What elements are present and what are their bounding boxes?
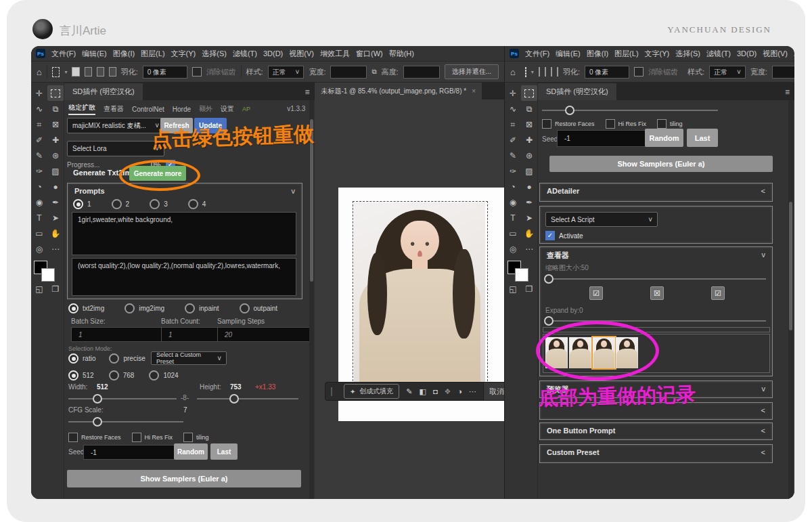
new-selection-icon[interactable] <box>539 67 540 77</box>
steps-input[interactable]: 20 <box>217 327 312 342</box>
brush-tool-icon[interactable]: ✎ <box>505 148 521 163</box>
new-selection-icon[interactable] <box>72 67 79 77</box>
menu-filter[interactable]: 滤镜(T) <box>706 49 731 59</box>
positive-prompt-textarea[interactable]: 1girl,sweater,white background, <box>72 212 296 255</box>
more-tools-icon[interactable]: ⋯ <box>521 241 537 257</box>
restore-faces-checkbox[interactable] <box>542 119 551 129</box>
dodge-tool-icon[interactable]: ◉ <box>505 194 521 210</box>
color-swatches[interactable] <box>34 261 54 281</box>
menu-select[interactable]: 选择(S) <box>202 49 227 59</box>
panel-scrollbar[interactable] <box>788 100 793 499</box>
img2img-radio[interactable] <box>125 303 135 313</box>
screen-mode-icon[interactable]: ❐ <box>47 281 64 297</box>
chevron-collapse-icon[interactable]: v <box>762 385 766 393</box>
width-input[interactable] <box>330 66 367 79</box>
style-dropdown[interactable]: 正常˅ <box>709 66 746 79</box>
menu-view[interactable]: 视图(V) <box>289 49 314 59</box>
thumb-size-slider[interactable] <box>545 278 766 280</box>
frame-tool-icon[interactable]: ⊠ <box>521 116 537 132</box>
menu-view[interactable]: 视图(V) <box>763 49 788 59</box>
close-icon[interactable]: × <box>472 87 476 95</box>
frame-tool-icon[interactable]: ⊠ <box>47 116 64 132</box>
chevron-collapse-icon[interactable]: v <box>762 251 766 259</box>
zoom-tool-icon[interactable]: ◎ <box>31 241 47 257</box>
intersect-selection-icon[interactable] <box>557 67 558 77</box>
mask-icon[interactable]: ◘ <box>433 387 438 395</box>
custom-preset-dropdown[interactable]: Select a Custom Preset˅ <box>151 351 227 365</box>
collapse-arrow-icon[interactable]: < <box>761 406 765 414</box>
cfg-slider[interactable] <box>542 110 718 111</box>
panel-menu-icon[interactable]: ≡ <box>785 87 790 97</box>
negative-prompt-textarea[interactable]: (worst quality:2),(low quality:2),(norma… <box>72 258 296 296</box>
eyedropper-tool-icon[interactable]: ✐ <box>31 132 47 148</box>
healing-tool-icon[interactable]: ✚ <box>521 132 537 148</box>
slot-1-radio[interactable] <box>73 199 83 209</box>
txt2img-radio[interactable] <box>68 303 78 313</box>
feather-input[interactable]: 0 像素 <box>585 66 629 79</box>
link-dimensions-icon[interactable]: ⧉ <box>371 68 376 76</box>
quick-mask-icon[interactable]: ◱ <box>31 281 47 297</box>
crop-tool-icon[interactable]: ⌗ <box>505 116 521 132</box>
inpaint-radio[interactable] <box>185 303 195 313</box>
restore-faces-checkbox[interactable] <box>68 433 78 442</box>
chevron-collapse-icon[interactable]: v <box>292 187 296 195</box>
tab-horde[interactable]: Horde <box>173 106 191 113</box>
hand-tool-icon[interactable]: ✋ <box>47 225 64 241</box>
width-slider[interactable] <box>68 398 177 399</box>
eraser-tool-icon[interactable]: ▨ <box>521 163 537 179</box>
size-1024-radio[interactable] <box>149 370 159 380</box>
color-swatches[interactable] <box>508 261 528 281</box>
menu-3d[interactable]: 3D(D) <box>737 49 757 58</box>
one-button-prompt-section[interactable]: One Button Prompt < <box>539 422 773 440</box>
hand-tool-icon[interactable]: ✋ <box>521 225 537 241</box>
confirm-check-icon[interactable]: ☑ <box>711 286 725 300</box>
pen-tool-icon[interactable]: ✒ <box>521 194 537 210</box>
activate-checkbox[interactable]: ✓ <box>545 231 555 240</box>
tab-controlnet[interactable]: ControlNet <box>132 106 164 113</box>
menu-file[interactable]: 文件(F) <box>51 49 76 59</box>
shape-tool-icon[interactable]: ▭ <box>31 225 47 241</box>
slot-3-radio[interactable] <box>150 199 160 209</box>
menu-file[interactable]: 文件(F) <box>525 49 549 59</box>
height-slider[interactable] <box>197 398 298 399</box>
gradient-tool-icon[interactable]: ◔ <box>31 179 47 194</box>
home-icon[interactable]: ⌂ <box>37 67 42 77</box>
marquee-tool-icon[interactable] <box>52 67 60 77</box>
generative-fill-button[interactable]: ✦创成式填充 <box>344 384 399 399</box>
slot-4-radio[interactable] <box>188 199 198 209</box>
width-input[interactable] <box>772 66 794 79</box>
menu-type[interactable]: 文字(Y) <box>171 49 196 59</box>
select-and-mask-button[interactable]: 选择并遮住... <box>445 64 499 79</box>
size-768-radio[interactable] <box>109 370 119 380</box>
menu-3d[interactable]: 3D(D) <box>263 49 283 58</box>
cfg-slider[interactable] <box>68 421 183 422</box>
collapse-arrow-icon[interactable]: < <box>761 427 765 435</box>
random-button[interactable]: Random <box>174 443 208 460</box>
history-brush-tool-icon[interactable]: ✑ <box>505 163 521 179</box>
height-input[interactable] <box>403 66 440 79</box>
gradient-tool-icon[interactable]: ◔ <box>505 179 521 194</box>
add-selection-icon[interactable] <box>85 67 92 77</box>
menu-layer[interactable]: 图层(L) <box>141 49 164 59</box>
menu-plugins[interactable]: 增效工具 <box>320 49 350 59</box>
brush-tool-icon[interactable]: ✎ <box>31 148 47 163</box>
show-samplers-button[interactable]: Show Samplers (Euler a) <box>67 470 301 487</box>
discard-cross-icon[interactable]: ☒ <box>650 286 664 300</box>
seed-input[interactable]: -1 <box>557 130 656 147</box>
last-button[interactable]: Last <box>210 443 238 460</box>
screen-mode-icon[interactable]: ❐ <box>521 281 537 297</box>
subtract-selection-icon[interactable] <box>551 67 552 77</box>
menu-plugins[interactable]: 增效工具 <box>794 49 794 59</box>
batch-size-input[interactable]: 1 <box>71 327 166 342</box>
menu-help[interactable]: 帮助(H) <box>389 49 414 59</box>
sd-plugin-tab[interactable]: SD插件 (明空汉化) <box>538 83 616 100</box>
shape-tool-icon[interactable]: ▭ <box>505 225 521 241</box>
intersect-selection-icon[interactable] <box>109 67 116 77</box>
size-512-radio[interactable] <box>68 370 78 380</box>
crop-tool-icon[interactable]: ⌗ <box>31 116 47 132</box>
seed-input[interactable]: -1 <box>83 445 183 460</box>
subtract-selection-icon[interactable] <box>97 67 104 77</box>
expand-slider[interactable] <box>545 320 766 322</box>
lasso-tool-icon[interactable]: ∿ <box>31 101 47 116</box>
quick-mask-icon[interactable]: ◱ <box>505 281 521 297</box>
